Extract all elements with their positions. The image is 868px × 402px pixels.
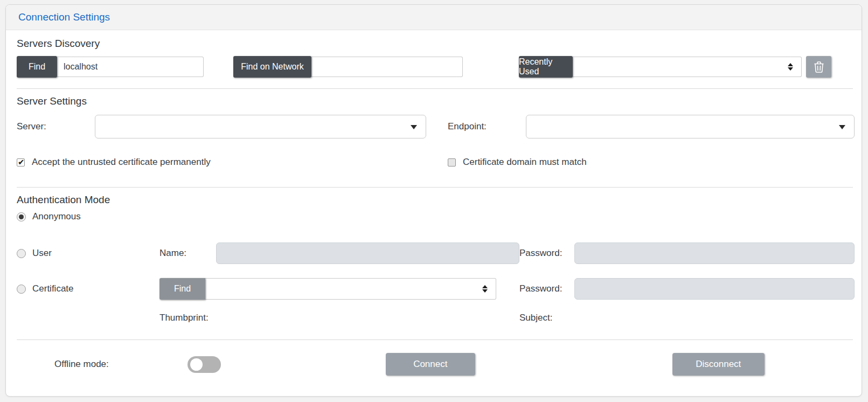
panel-header: Connection Settings (6, 5, 862, 30)
user-name-label: Name: (159, 248, 216, 259)
clear-recently-used-button[interactable] (806, 56, 831, 78)
accept-untrusted-certificate-checkbox[interactable] (17, 158, 25, 167)
servers-discovery-heading: Servers Discovery (17, 38, 853, 50)
connection-settings-panel: Connection Settings Servers Discovery Fi… (5, 4, 862, 397)
chevron-down-icon (839, 125, 845, 129)
certificate-options-row: Accept the untrusted certificate permane… (17, 157, 853, 168)
accept-untrusted-certificate-label: Accept the untrusted certificate permane… (32, 157, 211, 168)
subject-label: Subject: (519, 313, 552, 323)
endpoint-dropdown[interactable] (526, 115, 855, 138)
certificate-domain-match-checkbox[interactable] (448, 158, 456, 167)
section-divider (17, 88, 853, 89)
user-auth-row: User Name: Password: (17, 241, 853, 265)
certificate-password-input[interactable] (574, 278, 855, 300)
certificate-label: Certificate (32, 283, 74, 294)
find-on-network-button[interactable]: Find on Network (233, 56, 311, 78)
user-password-input[interactable] (574, 242, 855, 264)
certificate-domain-match-label: Certificate domain must match (463, 157, 587, 168)
server-settings-heading: Server Settings (17, 95, 853, 107)
server-dropdown[interactable] (95, 115, 426, 138)
recently-used-select[interactable] (573, 57, 802, 77)
find-host-input[interactable] (57, 57, 204, 77)
trash-icon (814, 61, 824, 73)
anonymous-row: Anonymous (17, 211, 853, 222)
server-label: Server: (17, 121, 95, 132)
footer-row: Offline mode: Connect Disconnect (17, 340, 853, 389)
certificate-select[interactable] (205, 278, 496, 300)
chevron-down-icon (411, 125, 417, 129)
endpoint-label: Endpoint: (448, 121, 526, 132)
certificate-find-button[interactable]: Find (159, 278, 205, 300)
user-label: User (32, 248, 52, 259)
authentication-mode-heading: Authentication Mode (17, 194, 853, 206)
recently-used-button[interactable]: Recently Used (519, 56, 573, 78)
user-radio[interactable] (17, 249, 26, 258)
anonymous-label: Anonymous (32, 211, 81, 222)
up-down-spinner-icon (482, 285, 488, 293)
certificate-radio[interactable] (17, 285, 26, 294)
page-title: Connection Settings (18, 11, 110, 23)
user-name-input[interactable] (216, 242, 519, 264)
network-input[interactable] (311, 57, 463, 77)
certificate-password-label: Password: (519, 283, 574, 294)
server-settings-row: Server: Endpoint: (17, 115, 853, 138)
certificate-meta-row: Thumbprint: Subject: (17, 313, 853, 323)
offline-mode-toggle[interactable] (188, 356, 221, 373)
up-down-spinner-icon (787, 63, 794, 71)
offline-mode-label: Offline mode: (54, 359, 109, 370)
connect-button[interactable]: Connect (386, 353, 475, 376)
find-button[interactable]: Find (17, 56, 57, 78)
toggle-knob (190, 358, 203, 371)
disconnect-button[interactable]: Disconnect (672, 353, 765, 376)
thumbprint-label: Thumbprint: (159, 313, 519, 323)
servers-discovery-row: Find Find on Network Recently Used (17, 56, 853, 78)
section-divider (17, 187, 853, 188)
user-password-label: Password: (519, 248, 574, 259)
certificate-auth-row: Certificate Find Password: (17, 277, 853, 301)
anonymous-radio[interactable] (17, 212, 26, 221)
